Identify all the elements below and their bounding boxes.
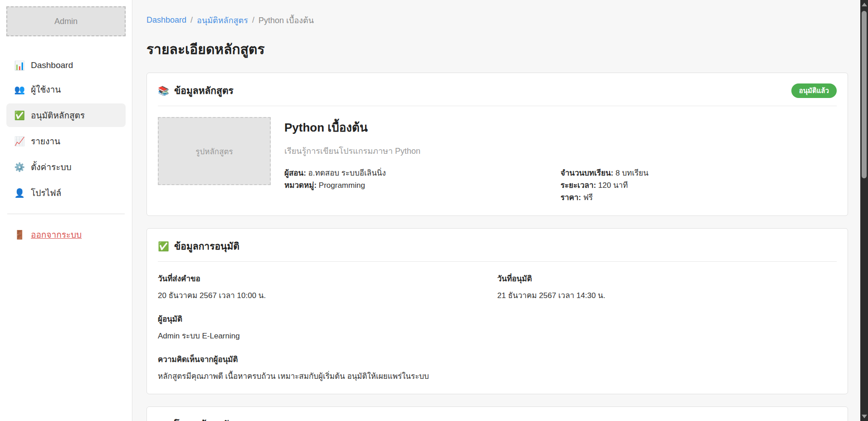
structure-card-header: 📖 โครงสร้างหลักสูตร bbox=[158, 417, 837, 421]
approver-comment-value: หลักสูตรมีคุณภาพดี เนื้อหาครบถ้วน เหมาะส… bbox=[158, 370, 837, 382]
request-date-label: วันที่ส่งคำขอ bbox=[158, 272, 497, 284]
open-book-icon: 📖 bbox=[158, 419, 169, 421]
logout-link[interactable]: 🚪 ออกจากระบบ bbox=[6, 225, 126, 244]
course-image-placeholder: รูปหลักสูตร bbox=[158, 117, 271, 185]
course-card-title: 📚 ข้อมูลหลักสูตร bbox=[158, 83, 234, 98]
sidebar-item-profile[interactable]: 👤 โปรไฟล์ bbox=[6, 181, 126, 205]
sidebar: Admin 📊 Dashboard 👥 ผู้ใช้งาน ✅ อนุมัติห… bbox=[0, 0, 132, 421]
duration-label: ระยะเวลา: bbox=[561, 181, 596, 190]
sidebar-item-label: อนุมัติหลักสูตร bbox=[31, 108, 85, 122]
price-field: ราคา: ฟรี bbox=[561, 191, 837, 204]
sidebar-item-label: รายงาน bbox=[31, 134, 60, 148]
structure-card-title-text: โครงสร้างหลักสูตร bbox=[174, 417, 251, 421]
approver-label: ผู้อนุมัติ bbox=[158, 313, 837, 325]
gear-icon: ⚙️ bbox=[14, 163, 25, 171]
approved-date-value: 21 ธันวาคม 2567 เวลา 14:30 น. bbox=[497, 289, 837, 301]
trend-chart-icon: 📈 bbox=[14, 137, 25, 146]
price-label: ราคา: bbox=[561, 193, 581, 202]
course-info-card: 📚 ข้อมูลหลักสูตร อนุมัติแล้ว รูปหลักสูตร… bbox=[146, 73, 848, 216]
sidebar-item-reports[interactable]: 📈 รายงาน bbox=[6, 129, 126, 153]
course-structure-card: 📖 โครงสร้างหลักสูตร bbox=[146, 406, 848, 421]
lesson-count-value: 8 บทเรียน bbox=[615, 169, 649, 177]
books-icon: 📚 bbox=[158, 85, 169, 96]
vertical-scrollbar[interactable] bbox=[860, 0, 868, 421]
approver-comment-label: ความคิดเห็นจากผู้อนุมัติ bbox=[158, 353, 837, 365]
price-value: ฟรี bbox=[583, 193, 593, 202]
request-date-value: 20 ธันวาคม 2567 เวลา 10:00 น. bbox=[158, 289, 497, 301]
app-root: Admin 📊 Dashboard 👥 ผู้ใช้งาน ✅ อนุมัติห… bbox=[0, 0, 868, 421]
approved-date-label: วันที่อนุมัติ bbox=[497, 272, 837, 284]
breadcrumb-course-approval-link[interactable]: อนุมัติหลักสูตร bbox=[197, 14, 248, 27]
approval-card-title: ✅ ข้อมูลการอนุมัติ bbox=[158, 239, 239, 254]
category-field: หมวดหมู่: Programming bbox=[284, 179, 561, 191]
duration-value: 120 นาที bbox=[598, 181, 628, 190]
users-icon: 👥 bbox=[14, 85, 25, 94]
scroll-down-arrow-icon[interactable] bbox=[862, 415, 867, 418]
sidebar-item-label: Dashboard bbox=[31, 60, 73, 70]
breadcrumb-separator: / bbox=[190, 15, 193, 25]
course-description: เรียนรู้การเขียนโปรแกรมภาษา Python bbox=[284, 144, 837, 157]
person-icon: 👤 bbox=[14, 189, 25, 197]
course-detail-row: รูปหลักสูตร Python เบื้องต้น เรียนรู้การ… bbox=[158, 117, 837, 204]
sidebar-item-settings[interactable]: ⚙️ ตั้งค่าระบบ bbox=[6, 155, 126, 179]
approval-dates-row: วันที่ส่งคำขอ 20 ธันวาคม 2567 เวลา 10:00… bbox=[158, 272, 837, 301]
instructor-field: ผู้สอน: อ.ทดสอบ ระบบอีเลินนิ่ง bbox=[284, 167, 561, 179]
lesson-count-field: จำนวนบทเรียน: 8 บทเรียน bbox=[561, 167, 837, 179]
breadcrumb-separator: / bbox=[252, 15, 254, 25]
check-icon: ✅ bbox=[158, 241, 169, 252]
course-title: Python เบื้องต้น bbox=[284, 118, 837, 137]
sidebar-item-users[interactable]: 👥 ผู้ใช้งาน bbox=[6, 78, 126, 101]
card-divider bbox=[158, 106, 837, 106]
course-fields-right: จำนวนบทเรียน: 8 บทเรียน ระยะเวลา: 120 นา… bbox=[561, 167, 837, 204]
approval-info-card: ✅ ข้อมูลการอนุมัติ วันที่ส่งคำขอ 20 ธันว… bbox=[146, 228, 848, 394]
request-date-group: วันที่ส่งคำขอ 20 ธันวาคม 2567 เวลา 10:00… bbox=[158, 272, 497, 301]
breadcrumb-current-page: Python เบื้องต้น bbox=[258, 14, 314, 27]
approval-card-header: ✅ ข้อมูลการอนุมัติ bbox=[158, 239, 837, 254]
admin-brand-box: Admin bbox=[6, 6, 126, 36]
sidebar-item-course-approval[interactable]: ✅ อนุมัติหลักสูตร bbox=[6, 103, 126, 127]
status-badge: อนุมัติแล้ว bbox=[791, 83, 837, 98]
approver-value: Admin ระบบ E-Learning bbox=[158, 329, 837, 342]
course-fields-left: ผู้สอน: อ.ทดสอบ ระบบอีเลินนิ่ง หมวดหมู่:… bbox=[284, 167, 561, 204]
sidebar-nav: 📊 Dashboard 👥 ผู้ใช้งาน ✅ อนุมัติหลักสูต… bbox=[6, 55, 126, 205]
bar-chart-icon: 📊 bbox=[14, 61, 25, 70]
door-icon: 🚪 bbox=[14, 230, 25, 239]
sidebar-divider bbox=[7, 214, 125, 214]
scrollbar-thumb[interactable] bbox=[862, 11, 867, 178]
approved-date-group: วันที่อนุมัติ 21 ธันวาคม 2567 เวลา 14:30… bbox=[497, 272, 837, 301]
sidebar-item-label: ผู้ใช้งาน bbox=[31, 83, 61, 96]
lesson-count-label: จำนวนบทเรียน: bbox=[561, 169, 613, 177]
sidebar-item-label: โปรไฟล์ bbox=[31, 186, 61, 200]
category-label: หมวดหมู่: bbox=[284, 181, 317, 190]
course-card-title-text: ข้อมูลหลักสูตร bbox=[174, 83, 234, 98]
course-info: Python เบื้องต้น เรียนรู้การเขียนโปรแกรม… bbox=[284, 117, 837, 204]
structure-card-title: 📖 โครงสร้างหลักสูตร bbox=[158, 417, 251, 421]
logout-label: ออกจากระบบ bbox=[31, 228, 82, 241]
page-title: รายละเอียดหลักสูตร bbox=[146, 39, 848, 60]
approval-card-title-text: ข้อมูลการอนุมัติ bbox=[174, 239, 239, 254]
course-card-header: 📚 ข้อมูลหลักสูตร อนุมัติแล้ว bbox=[158, 83, 837, 98]
main-content: Dashboard / อนุมัติหลักสูตร / Python เบื… bbox=[132, 0, 868, 421]
card-divider bbox=[158, 261, 837, 262]
course-fields: ผู้สอน: อ.ทดสอบ ระบบอีเลินนิ่ง หมวดหมู่:… bbox=[284, 167, 837, 204]
breadcrumb: Dashboard / อนุมัติหลักสูตร / Python เบื… bbox=[146, 14, 848, 27]
sidebar-item-label: ตั้งค่าระบบ bbox=[31, 160, 72, 174]
sidebar-item-dashboard[interactable]: 📊 Dashboard bbox=[6, 55, 126, 75]
approver-comment-group: ความคิดเห็นจากผู้อนุมัติ หลักสูตรมีคุณภา… bbox=[158, 353, 837, 382]
breadcrumb-dashboard-link[interactable]: Dashboard bbox=[146, 15, 186, 25]
check-icon: ✅ bbox=[14, 111, 25, 120]
category-value: Programming bbox=[319, 181, 365, 190]
scroll-up-arrow-icon[interactable] bbox=[862, 3, 867, 6]
instructor-label: ผู้สอน: bbox=[284, 169, 306, 177]
approver-group: ผู้อนุมัติ Admin ระบบ E-Learning bbox=[158, 313, 837, 342]
duration-field: ระยะเวลา: 120 นาที bbox=[561, 179, 837, 191]
instructor-value: อ.ทดสอบ ระบบอีเลินนิ่ง bbox=[308, 169, 386, 177]
